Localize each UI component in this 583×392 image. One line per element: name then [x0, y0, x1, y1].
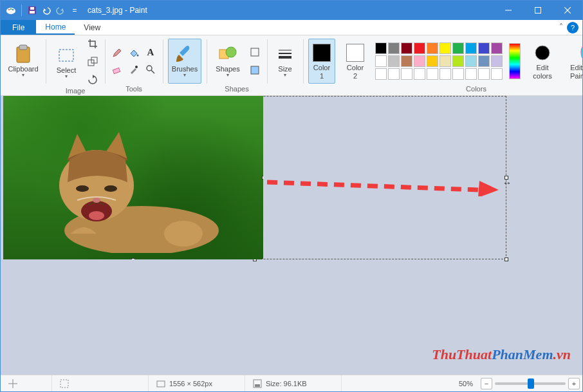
rainbow-icon	[509, 43, 521, 79]
watermark-part1: ThuThuat	[432, 346, 492, 362]
select-button[interactable]: Select ▾	[51, 39, 82, 84]
color1-button[interactable]: Color 1	[308, 39, 335, 84]
title-bar: = cats_3.jpg - Paint	[1, 1, 582, 20]
palette-swatch[interactable]	[388, 55, 400, 67]
svg-point-41	[164, 221, 203, 247]
palette-swatch[interactable]	[401, 42, 412, 54]
palette-swatch[interactable]	[478, 42, 490, 54]
palette-swatch[interactable]	[465, 68, 477, 80]
qat-undo-icon[interactable]	[40, 4, 53, 17]
palette-swatch[interactable]	[452, 55, 464, 67]
window-minimize-button[interactable]	[494, 1, 523, 20]
collapse-ribbon-icon[interactable]: ˄	[555, 20, 567, 35]
shapes-button[interactable]: Shapes ▾	[212, 39, 244, 84]
palette-swatch[interactable]	[401, 68, 412, 80]
palette-swatch[interactable]	[465, 42, 477, 54]
palette-swatch[interactable]	[414, 55, 425, 67]
tab-home[interactable]: Home	[36, 20, 75, 35]
qat-save-icon[interactable]	[26, 4, 39, 17]
edit-colors-button[interactable]: Edit colors	[527, 39, 558, 84]
palette-swatch[interactable]	[375, 55, 387, 67]
chevron-down-icon: ▾	[65, 74, 68, 80]
crop-icon[interactable]	[86, 37, 100, 51]
palette-swatch[interactable]	[478, 55, 490, 67]
image-resize-handle-bottom[interactable]	[131, 258, 135, 259]
palette-swatch[interactable]	[414, 42, 425, 54]
magnifier-icon[interactable]	[143, 62, 158, 77]
group-label-brushes	[183, 85, 185, 95]
clipboard-button[interactable]: Clipboard ▾	[6, 39, 41, 84]
palette-swatch[interactable]	[491, 55, 503, 67]
fill-icon[interactable]	[127, 46, 141, 60]
window-title: cats_3.jpg - Paint	[88, 6, 147, 15]
select-icon	[58, 44, 75, 66]
shape-outline-icon[interactable]	[248, 45, 262, 59]
svg-rect-24	[251, 48, 259, 56]
svg-rect-13	[19, 45, 27, 50]
palette-swatch[interactable]	[465, 55, 477, 67]
palette-swatch[interactable]	[375, 42, 387, 54]
rotate-icon[interactable]	[86, 73, 100, 87]
pencil-icon[interactable]	[110, 46, 124, 60]
palette-swatch[interactable]	[401, 55, 412, 67]
qat-redo-icon[interactable]	[54, 4, 67, 17]
brushes-button[interactable]: Brushes ▾	[168, 39, 201, 84]
status-zoom-text: 50%	[459, 380, 478, 387]
ribbon-tabstrip: File Home View ˄ ?	[1, 20, 582, 35]
palette-swatch[interactable]	[491, 68, 503, 80]
color2-button[interactable]: Color 2	[342, 39, 369, 84]
edit-colors-label: Edit colors	[533, 64, 551, 79]
eraser-icon[interactable]	[110, 62, 124, 77]
resize-icon[interactable]	[86, 55, 100, 69]
palette-swatch[interactable]	[478, 68, 490, 80]
color2-swatch	[346, 44, 364, 62]
palette-swatch[interactable]	[427, 42, 438, 54]
zoom-slider-thumb[interactable]	[528, 378, 534, 389]
palette-swatch[interactable]	[440, 68, 451, 80]
chevron-down-icon: ▾	[227, 73, 229, 79]
palette-swatch[interactable]	[452, 42, 464, 54]
palette-swatch[interactable]	[427, 55, 438, 67]
window-maximize-button[interactable]	[523, 1, 553, 20]
palette-swatch[interactable]	[440, 55, 451, 67]
svg-point-23	[226, 47, 236, 57]
tab-file[interactable]: File	[1, 20, 36, 35]
size-button[interactable]: Size ▾	[272, 39, 298, 84]
group-label-tools: Tools	[125, 85, 142, 95]
zoom-slider[interactable]	[495, 382, 566, 385]
watermark-part3: .vn	[553, 346, 571, 362]
palette-swatch[interactable]	[452, 68, 464, 80]
status-file-size: Size: 96.1KB	[245, 375, 342, 391]
paint3d-button[interactable]: Edit with Paint 3D	[564, 39, 583, 84]
svg-point-36	[76, 185, 89, 192]
shapes-icon	[218, 43, 237, 65]
palette-swatch[interactable]	[414, 68, 425, 80]
help-icon[interactable]: ?	[567, 22, 578, 33]
palette-swatch[interactable]	[375, 68, 387, 80]
palette-swatch[interactable]	[388, 42, 400, 54]
palette-swatch[interactable]	[388, 68, 400, 80]
paint3d-label: Edit with Paint 3D	[570, 64, 583, 79]
image-resize-handle-corner[interactable]	[262, 258, 263, 259]
image-resize-handle[interactable]	[262, 176, 263, 180]
palette-swatch[interactable]	[440, 42, 451, 54]
svg-rect-48	[255, 384, 260, 387]
shape-fill-icon[interactable]	[248, 63, 262, 77]
pasted-image[interactable]	[3, 96, 263, 259]
status-canvas-size: 1556 × 562px	[149, 375, 245, 391]
palette-swatch[interactable]	[427, 68, 438, 80]
resize-handle-corner[interactable]	[504, 257, 508, 261]
qat-customize-icon[interactable]: =	[68, 4, 81, 17]
group-label-size	[284, 85, 286, 95]
svg-line-42	[267, 182, 479, 190]
canvas-workarea[interactable]: ↔ ThuThuatPhanMem.vn	[1, 96, 582, 375]
chevron-down-icon: ▾	[284, 73, 286, 79]
zoom-out-button[interactable]: −	[481, 378, 492, 389]
text-icon[interactable]: A	[143, 46, 158, 60]
svg-rect-45	[60, 380, 68, 387]
zoom-in-button[interactable]: +	[568, 378, 580, 389]
tab-view[interactable]: View	[75, 20, 109, 35]
window-close-button[interactable]	[553, 1, 582, 20]
color-picker-icon[interactable]	[127, 62, 141, 77]
palette-swatch[interactable]	[491, 42, 503, 54]
